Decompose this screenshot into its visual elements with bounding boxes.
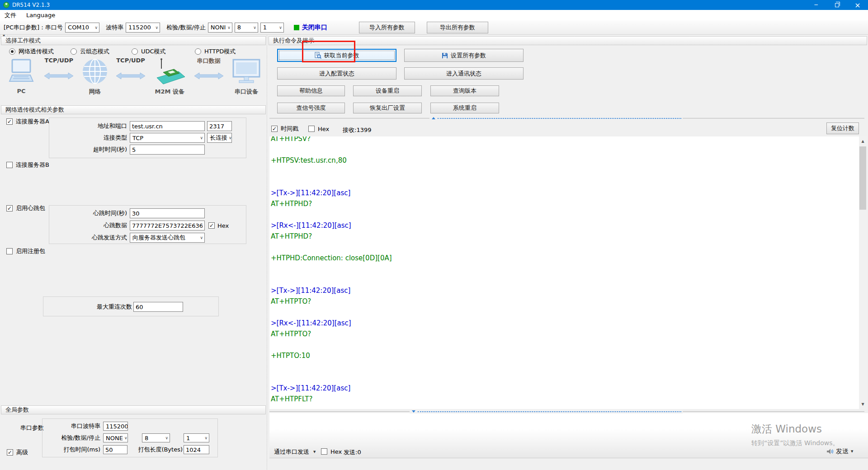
device-restart-button[interactable]: 设备重启 [353,85,422,96]
databits-select[interactable]: 8 ∨ [235,23,258,33]
server-a-checkbox-row[interactable]: ✓ 连接服务器A [6,118,49,125]
timestamp-label: 时间戳 [281,125,298,133]
work-mode-option-label: UDC模式 [141,47,166,56]
chevron-down-icon: ∨ [226,25,232,30]
hb-time-input[interactable] [130,208,205,218]
chevron-down-icon: ∨ [198,235,204,240]
chevron-down-icon: ∨ [123,436,128,440]
query-signal-button[interactable]: 查信号强度 [277,103,345,113]
enter-config-button[interactable]: 进入配置状态 [277,67,396,80]
checkbox-unchecked-icon[interactable] [308,126,315,132]
export-params-button[interactable]: 导出所有参数 [427,22,488,33]
pack-time-label: 打包时间(ms) [42,446,100,454]
checkbox-unchecked-icon[interactable] [6,248,13,254]
log-area[interactable]: AT+HTPSV? +HTPSV:test.usr.cn,80 >[Tx->][… [269,136,859,409]
query-version-button[interactable]: 查询版本 [430,85,499,96]
chevron-down-icon: ∨ [154,25,160,30]
log-top-splitter-handle[interactable] [429,116,683,120]
titlebar[interactable]: DR514 V2.1.3 ─ × [0,0,868,10]
checkbox-checked-icon[interactable]: ✓ [7,449,13,456]
toolbar: [PC串口参数]：串口号 COM10 ∨ 波特率 115200 ∨ 检验/数据/… [0,20,868,35]
baud-value: 115200 [128,24,151,31]
parity-select[interactable]: NONI ∨ [208,23,232,33]
log-line [269,339,859,350]
g-baud-label: 串口波特率 [42,422,100,430]
diagram-label-network: 网络 [89,88,101,96]
heartbeat-box: 心跳时间(秒) 心跳数据 ✓ Hex 心跳发送方式 向服务器发送心跳包 ∨ [49,205,246,244]
chevron-down-icon: ∨ [203,436,209,440]
close-button[interactable]: × [847,0,868,10]
log-line: >[Tx->][11:42:20][asc] [269,188,859,198]
laptop-icon [7,56,36,85]
heartbeat-checkbox-row[interactable]: ✓ 启用心跳包 [6,205,45,212]
conn-type-select[interactable]: TCP ∨ [130,133,205,143]
menu-file[interactable]: 文件 [5,11,16,19]
work-mode-header: 选择工作模式 [1,36,266,45]
sent-count: 0 [357,449,361,456]
pack-len-input[interactable] [184,445,209,454]
radio-icon [9,48,15,55]
help-info-button[interactable]: 帮助信息 [277,85,345,96]
hb-mode-select[interactable]: 向服务器发送心跳包 ∨ [130,233,205,243]
hb-hex-checkbox-row[interactable]: ✓ Hex [208,222,229,229]
advanced-checkbox-row[interactable]: ✓ 高级 [7,449,28,456]
checkbox-checked-icon[interactable]: ✓ [271,126,278,132]
g-parity-select[interactable]: NONE ∨ [103,433,128,442]
scroll-up-button[interactable]: ▲ [859,137,867,145]
system-restart-button[interactable]: 系统重启 [430,103,499,113]
link1-label: TCP/UDP [45,57,74,66]
close-serial-button[interactable]: 关闭串口 [302,24,327,32]
import-params-button[interactable]: 导入所有参数 [359,22,415,33]
watermark-line2: 转到“设置”以激活 Windows。 [751,439,839,447]
g-databits-select[interactable]: 8 ∨ [142,433,170,442]
log-hex-checkbox-row[interactable]: Hex [308,125,329,132]
scroll-down-button[interactable]: ▼ [859,400,867,408]
minimize-button[interactable]: ─ [806,0,826,10]
checkbox-unchecked-icon[interactable] [321,448,327,455]
work-mode-option[interactable]: UDC模式 [132,47,166,56]
work-mode-option[interactable]: 云组态模式 [71,47,109,56]
stopbits-select[interactable]: 1 ∨ [260,23,284,33]
double-arrow-icon [194,72,224,80]
double-arrow-icon [116,72,146,80]
keepalive-select[interactable]: 长连接 ∨ [207,133,232,143]
maximize-button[interactable] [826,0,847,10]
hb-data-input[interactable] [130,221,205,230]
server-address-input[interactable] [130,121,205,131]
splitter-dotted-line [418,411,681,412]
factory-reset-button[interactable]: 恢复出厂设置 [353,103,422,113]
g-baud-select[interactable]: 115200 ∨ [103,422,128,431]
scrollbar-thumb[interactable] [859,146,866,210]
panel-divider[interactable] [267,35,268,470]
work-mode-option[interactable]: 网络透传模式 [9,47,54,56]
server-port-input[interactable] [207,121,232,131]
work-mode-option[interactable]: HTTPD模式 [195,47,236,56]
baud-select[interactable]: 115200 ∨ [126,23,160,33]
checkbox-unchecked-icon[interactable] [6,162,13,168]
log-line: AT+HTPHD? [269,231,859,242]
log-scrollbar[interactable]: ▲ ▼ [859,136,867,409]
server-b-checkbox-row[interactable]: 连接服务器B [6,161,49,169]
enter-comm-button[interactable]: 进入通讯状态 [404,67,524,80]
send-button[interactable]: 发送 ▼ [826,447,853,456]
checkbox-checked-icon[interactable]: ✓ [208,222,215,229]
g-stopbits-select[interactable]: 1 ∨ [184,433,209,442]
pack-time-input[interactable] [103,445,127,454]
register-checkbox-row[interactable]: 启用注册包 [6,248,45,255]
send-hex-checkbox-row[interactable]: Hex [321,448,342,455]
com-port-select[interactable]: COM10 ∨ [65,23,99,33]
checkbox-checked-icon[interactable]: ✓ [6,118,13,125]
timestamp-checkbox-row[interactable]: ✓ 时间戳 [271,125,298,132]
reconnect-input[interactable] [133,302,183,312]
log-line: AT+HTPSV? [269,136,859,144]
reset-counter-button[interactable]: 复位计数 [826,122,859,134]
send-via-serial-dropdown[interactable]: 通过串口发送 ▼ [274,448,316,456]
set-all-params-button[interactable]: 设置所有参数 [404,49,524,62]
log-bottom-splitter-handle[interactable] [410,409,683,414]
server-a-label: 连接服务器A [16,118,49,126]
log-line [269,263,859,274]
timeout-input[interactable] [130,145,205,155]
menu-language[interactable]: Language [26,12,55,19]
hb-mode-label: 心跳发送方式 [49,234,127,242]
checkbox-checked-icon[interactable]: ✓ [6,205,13,212]
